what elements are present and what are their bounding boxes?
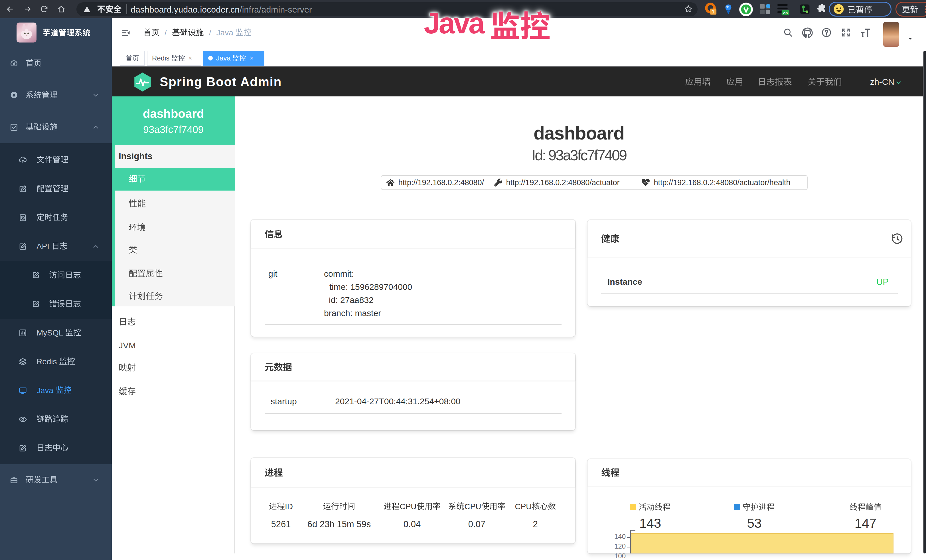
svg-text:1: 1 <box>712 9 715 15</box>
svg-text:on: on <box>783 11 788 15</box>
